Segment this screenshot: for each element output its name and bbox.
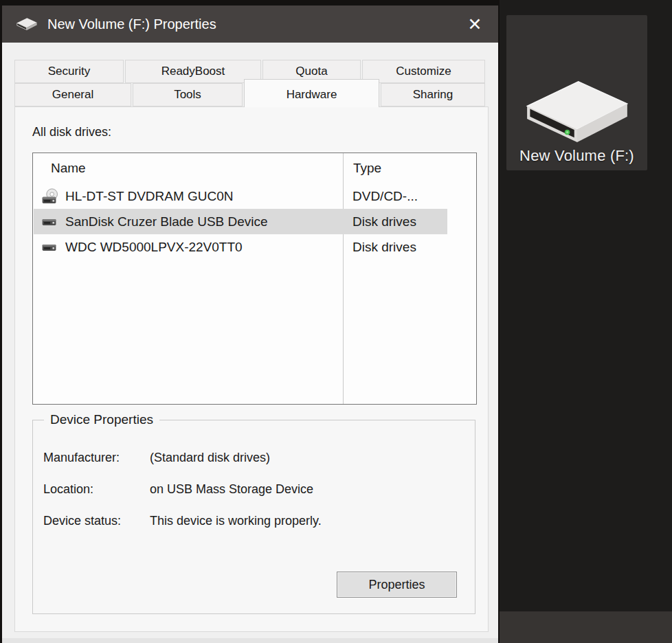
tab-row-lower: General Tools Hardware Sharing bbox=[14, 83, 489, 106]
column-header-type: Type bbox=[353, 161, 381, 176]
field-manufacturer: Manufacturer: (Standard disk drives) bbox=[43, 451, 120, 465]
all-disk-drives-label: All disk drives: bbox=[32, 125, 111, 139]
drive-type: Disk drives bbox=[352, 214, 416, 229]
hardware-tab-page: All disk drives: Name Type HL- bbox=[14, 106, 489, 632]
field-location: Location: on USB Mass Storage Device bbox=[43, 482, 93, 497]
dialog-titlebar: New Volume (F:) Properties ✕ bbox=[2, 5, 498, 43]
drive-name: WDC WD5000LPVX-22V0TT0 bbox=[65, 240, 243, 255]
dialog-bottom-edge bbox=[2, 638, 498, 643]
desktop-lower-area bbox=[500, 611, 672, 643]
field-value: This device is working properly. bbox=[150, 514, 322, 528]
field-label: Location: bbox=[43, 482, 93, 496]
desktop-icon-label: New Volume (F:) bbox=[519, 147, 634, 165]
drive-name: SanDisk Cruzer Blade USB Device bbox=[65, 214, 268, 229]
field-label: Device status: bbox=[43, 514, 121, 528]
drive-type: Disk drives bbox=[352, 240, 416, 255]
drive-small-icon bbox=[15, 15, 38, 33]
field-label: Manufacturer: bbox=[43, 451, 120, 464]
field-value: on USB Mass Storage Device bbox=[150, 482, 313, 497]
tab-security[interactable]: Security bbox=[14, 60, 124, 83]
group-legend: Device Properties bbox=[44, 412, 159, 427]
tab-customize[interactable]: Customize bbox=[362, 60, 485, 83]
column-header-name: Name bbox=[51, 161, 86, 176]
tab-strip: Security ReadyBoost Quota Customize Gene… bbox=[14, 60, 489, 106]
tab-general[interactable]: General bbox=[14, 83, 131, 106]
field-value: (Standard disk drives) bbox=[150, 451, 270, 465]
dvd-drive-icon bbox=[41, 188, 60, 205]
drive-row-sandisk[interactable]: SanDisk Cruzer Blade USB Device Disk dri… bbox=[34, 209, 447, 234]
properties-dialog: New Volume (F:) Properties ✕ Security Re… bbox=[0, 0, 500, 643]
disk-drive-icon bbox=[41, 238, 60, 256]
list-header: Name Type bbox=[33, 153, 476, 183]
tab-sharing[interactable]: Sharing bbox=[381, 83, 485, 106]
drive-row-wdc[interactable]: WDC WD5000LPVX-22V0TT0 Disk drives bbox=[34, 234, 447, 260]
tab-readyboost[interactable]: ReadyBoost bbox=[125, 60, 261, 83]
device-properties-group: Device Properties Manufacturer: (Standar… bbox=[32, 420, 475, 614]
tab-hardware[interactable]: Hardware bbox=[244, 79, 379, 107]
field-device-status: Device status: This device is working pr… bbox=[43, 514, 121, 528]
disk-drive-icon bbox=[41, 213, 60, 231]
dialog-top-border bbox=[2, 0, 498, 5]
desktop-icon-new-volume[interactable]: New Volume (F:) bbox=[506, 15, 647, 170]
drive-type: DVD/CD-... bbox=[352, 189, 418, 204]
tab-tools[interactable]: Tools bbox=[133, 83, 243, 106]
drive-rows: HL-DT-ST DVDRAM GUC0N DVD/CD-... SanDisk… bbox=[34, 183, 447, 260]
drive-name: HL-DT-ST DVDRAM GUC0N bbox=[65, 189, 234, 204]
drive-3d-icon bbox=[518, 77, 636, 146]
close-icon[interactable]: ✕ bbox=[460, 11, 490, 37]
drive-row-dvdram[interactable]: HL-DT-ST DVDRAM GUC0N DVD/CD-... bbox=[34, 183, 447, 209]
properties-button[interactable]: Properties bbox=[337, 572, 457, 598]
dialog-title: New Volume (F:) Properties bbox=[47, 16, 216, 32]
disk-drives-list[interactable]: Name Type HL-DT-ST DVDRAM GUC0N DVD/CD-.… bbox=[32, 153, 477, 405]
